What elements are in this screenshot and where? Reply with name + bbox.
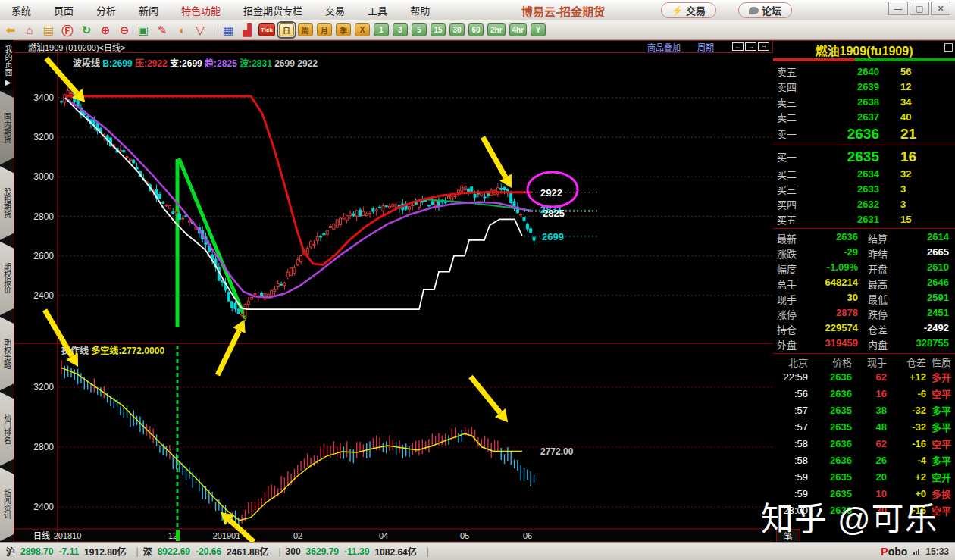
watermark: 知乎 @可乐 [761, 493, 955, 540]
back-icon[interactable]: ⬅ [3, 23, 18, 38]
menu-item[interactable]: 工具 [356, 0, 399, 20]
buy-sell-strength-bar [773, 58, 955, 61]
bid-row[interactable]: 买四26323 [773, 196, 955, 211]
ask-row[interactable]: 卖一263621 [773, 124, 955, 143]
bid-row[interactable]: 买三26333 [773, 181, 955, 196]
layers-icon[interactable]: ▣ [136, 23, 151, 38]
tick-volume: 62 [852, 438, 887, 449]
bid-label: 买三 [773, 182, 806, 196]
tick-row[interactable]: :57263538-32多平 [773, 402, 955, 418]
menu-item[interactable]: 特色功能 [170, 0, 232, 20]
clock: 15:33 [925, 546, 949, 557]
filter-icon[interactable]: ▽ [193, 23, 208, 38]
my-page-header[interactable]: 我的页面 ▶ [0, 40, 14, 90]
menu-item[interactable]: 系统 [0, 0, 42, 20]
zoom-out-icon[interactable]: ⊖ [117, 23, 132, 38]
tick-header-col: 仓差 [887, 355, 926, 369]
menu-item[interactable]: 帮助 [399, 0, 441, 20]
stat-cell: 幅度-1.09% [773, 261, 864, 276]
news-icon[interactable]: ▤ [41, 23, 56, 38]
ask-row[interactable]: 卖五264056 [773, 64, 955, 79]
period-button-Y[interactable]: Y [531, 23, 546, 36]
bid-price: 2635 [806, 149, 879, 165]
sidebar-tab-1[interactable]: 国内期货 [0, 91, 14, 164]
green-axis-marker [176, 530, 180, 541]
tick-volume: 38 [852, 405, 887, 416]
period-button-5[interactable]: 5 [412, 23, 427, 36]
period-button-3[interactable]: 3 [393, 23, 408, 36]
tick-row[interactable]: :56263616-6空平 [773, 385, 955, 402]
buy-strength [855, 58, 955, 61]
split-window-icon[interactable]: ⊟ [758, 42, 769, 51]
period-button-2hr[interactable]: 2hr [487, 23, 506, 36]
tick-price: 2635 [808, 471, 852, 483]
f10-icon[interactable]: Ⓕ [60, 23, 75, 38]
stat-row: 涨跌-29昨结2665 [773, 246, 955, 261]
x-axis-label: 02 [293, 531, 302, 540]
bid-row[interactable]: 买一263516 [773, 147, 955, 166]
horn-icon[interactable]: ◖ [174, 23, 189, 38]
forum-button[interactable]: 论坛 [738, 2, 792, 18]
bid-volume: 16 [879, 149, 955, 165]
stat-row: 现手30最低2591 [773, 291, 955, 306]
menu-item[interactable]: 招金期货专栏 [232, 0, 314, 20]
period-button-15[interactable]: 15 [431, 23, 446, 36]
x-axis-label: 05 [460, 531, 469, 540]
period-button-60[interactable]: 60 [468, 23, 484, 36]
period-button-30[interactable]: 30 [449, 23, 465, 36]
tick-volume: 20 [852, 471, 887, 483]
sidebar-tab-5[interactable]: 热门排名 [0, 392, 14, 465]
menu-item[interactable]: 新闻 [127, 0, 170, 20]
period-button-1[interactable]: 1 [374, 23, 389, 36]
zoom-in-icon[interactable]: ⊕ [98, 23, 113, 38]
stat-cell: 外盘319459 [773, 337, 864, 352]
tick-row[interactable]: :58263626-4多平 [773, 452, 955, 468]
prev-page-icon[interactable]: ← [732, 42, 744, 51]
period-button-X[interactable]: X [355, 23, 370, 36]
period-link[interactable]: 周期 [697, 41, 714, 53]
tick-row[interactable]: 22:59263662+12多开 [773, 368, 955, 385]
index-name: 沪 [6, 545, 15, 558]
close-button[interactable]: ✕ [931, 2, 950, 15]
minimize-button[interactable]: — [888, 2, 908, 15]
trade-button[interactable]: ⚡ 交易 [661, 2, 716, 18]
kline-chart-canvas[interactable]: 3400320030002800260024003200280024002922… [14, 53, 774, 543]
chart-icon[interactable]: ▟ [240, 23, 255, 38]
ask-row[interactable]: 卖二263740 [773, 109, 955, 124]
sidebar-tab-3[interactable]: 期权报价 [0, 242, 14, 315]
tick-period-button[interactable]: Tick [258, 23, 275, 36]
tick-row[interactable]: :57263548-32多平 [773, 418, 955, 435]
bid-row[interactable]: 买五263115 [773, 211, 955, 227]
maximize-button[interactable]: ▢ [910, 2, 929, 15]
menu-item[interactable]: 分析 [85, 0, 127, 20]
ask-row[interactable]: 卖三263834 [773, 94, 955, 109]
sidebar-tab-2[interactable]: 股指期货 [0, 166, 14, 239]
quote-board-icon[interactable]: ▦ [221, 23, 236, 38]
tick-row[interactable]: :58263662-16空平 [773, 435, 955, 452]
refresh-icon[interactable]: ↻ [79, 23, 94, 38]
draw-icon[interactable]: ✎ [155, 23, 170, 38]
overlay-link[interactable]: 商品叠加 [647, 41, 681, 53]
chart-header: 燃油1909 (010209)<日线> 商品叠加 周期 ← → ⊟ [14, 41, 772, 53]
y-axis-label: 3200 [33, 382, 54, 393]
stat-cell: 开盘2610 [864, 261, 955, 276]
stat-value: 2665 [896, 246, 955, 261]
tick-header-col: 现手 [852, 355, 887, 369]
tick-time: :58 [773, 438, 808, 449]
period-button-周[interactable]: 周 [298, 23, 313, 36]
menu-item[interactable]: 交易 [314, 0, 356, 20]
maximize-panel-icon[interactable] [944, 43, 953, 52]
ask-row[interactable]: 卖四263912 [773, 79, 955, 94]
period-button-4hr[interactable]: 4hr [509, 23, 528, 36]
tick-row[interactable]: :59263520+2空开 [773, 468, 955, 485]
ask-price: 2636 [806, 126, 879, 142]
sidebar-tab-6[interactable]: 新闻资讯 [0, 468, 14, 541]
home-icon[interactable]: ⌂ [22, 23, 37, 38]
menu-item[interactable]: 页面 [42, 0, 85, 20]
bid-row[interactable]: 买二263432 [773, 166, 955, 181]
period-button-日[interactable]: 日 [279, 23, 294, 36]
period-button-季[interactable]: 季 [336, 23, 351, 36]
period-button-月[interactable]: 月 [317, 23, 332, 36]
sidebar-tab-4[interactable]: 期权策略 [0, 317, 14, 390]
next-page-icon[interactable]: → [745, 42, 756, 51]
